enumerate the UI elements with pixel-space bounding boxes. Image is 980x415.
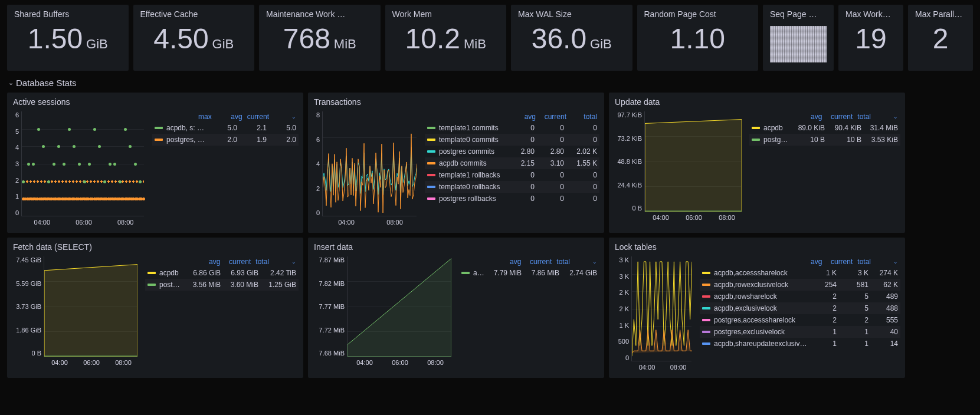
- stat-panel[interactable]: Max Work…19: [838, 5, 903, 71]
- legend-row[interactable]: acpdb7.79 MiB7.86 MiB2.74 GiB: [459, 267, 599, 279]
- stat-value-wrap: 768MiB: [266, 25, 373, 62]
- legend-head-col[interactable]: total ⌄: [255, 258, 296, 266]
- legend-row[interactable]: acpdb6.86 GiB6.93 GiB2.42 TiB: [145, 267, 299, 279]
- panel-fetch-data[interactable]: Fetch data (SELECT) 7.45 GiB5.59 GiB3.73…: [7, 238, 303, 378]
- legend-row[interactable]: postgres,exclusivelock1140: [700, 326, 900, 338]
- axis-tick: 7.45 GiB: [16, 256, 41, 264]
- legend-row[interactable]: template1 commits000: [425, 122, 599, 134]
- legend-value: 3.56 MiB: [186, 281, 221, 289]
- section-toggle-database-stats[interactable]: ⌄ Database Stats: [8, 78, 973, 88]
- stat-panel[interactable]: Maintenance Work …768MiB: [259, 5, 381, 71]
- legend-value: 2: [813, 316, 837, 324]
- stat-panel[interactable]: Random Page Cost1.10: [637, 5, 759, 71]
- panel-update-data[interactable]: Update data 97.7 KiB73.2 KiB48.8 KiB24.4…: [609, 93, 905, 233]
- plot-area[interactable]: [44, 256, 137, 357]
- stat-value: 19: [855, 25, 886, 53]
- legend: avgcurrenttotal ⌄ acpdb89.0 KiB90.4 KiB3…: [749, 111, 900, 230]
- legend-head-col[interactable]: total ⌄: [857, 113, 898, 121]
- legend-row[interactable]: postgres,accesssharelock22555: [700, 314, 900, 326]
- panel-transactions[interactable]: Transactions 86420 04:0008:00 avgcurrent…: [308, 93, 604, 233]
- legend-row[interactable]: acpdb, s: active5.02.15.0: [152, 122, 299, 134]
- chevron-down-icon: ⌄: [8, 79, 14, 87]
- chart-insert[interactable]: 7.87 MiB7.82 MiB7.77 MiB7.72 MiB7.68 MiB…: [314, 256, 453, 376]
- plot-area[interactable]: [644, 111, 741, 212]
- legend-head-col[interactable]: avg: [796, 258, 822, 266]
- plot-area[interactable]: [322, 111, 417, 216]
- panel-insert-data[interactable]: Insert data 7.87 MiB7.82 MiB7.77 MiB7.72…: [308, 238, 604, 378]
- panel-lock-tables[interactable]: Lock tables 3 K3 K2 K2 K1 K5000 04:0008:…: [609, 238, 905, 378]
- legend-head-col[interactable]: current: [540, 113, 566, 121]
- legend-value: 254: [813, 281, 837, 289]
- legend-row[interactable]: acpdb,rowexclusivelock25458162 K: [700, 279, 900, 291]
- legend-row[interactable]: postgres, s: active2.01.92.0: [152, 134, 299, 146]
- chart-update[interactable]: 97.7 KiB73.2 KiB48.8 KiB24.4 KiB0 B 04:0…: [615, 111, 743, 230]
- panel-title: Update data: [615, 97, 900, 107]
- axis-tick: 08:00: [719, 214, 735, 221]
- x-axis: 04:0008:00: [314, 216, 419, 226]
- legend-head-col[interactable]: current: [827, 258, 853, 266]
- legend-value: 0: [568, 171, 597, 179]
- chart-fetch[interactable]: 7.45 GiB5.59 GiB3.73 GiB1.86 GiB0 B 04:0…: [13, 256, 139, 376]
- plot-area[interactable]: [631, 256, 691, 361]
- stat-panel[interactable]: Shared Buffers1.50GiB: [7, 5, 129, 71]
- legend-head-col[interactable]: total ⌄: [556, 258, 597, 266]
- stat-panel[interactable]: Max Parall…2: [908, 5, 973, 71]
- stat-title: Seq Page …: [770, 9, 827, 19]
- legend-value: 0: [568, 124, 597, 132]
- series-swatch: [427, 197, 435, 200]
- legend-value: 1: [813, 328, 837, 336]
- legend-row[interactable]: acpdb,shareupdateexclusivelock1114: [700, 338, 900, 350]
- axis-tick: 2: [316, 185, 320, 192]
- legend-value: 5: [840, 304, 868, 312]
- stat-value: 10.2: [405, 25, 460, 53]
- legend-row[interactable]: acpdb commits2.153.101.55 K: [425, 157, 599, 169]
- legend-value: 2: [813, 304, 837, 312]
- legend-row[interactable]: acpdb,rowsharelock25489: [700, 291, 900, 302]
- chart-active-sessions[interactable]: 6543210 04:0006:0008:00: [13, 111, 146, 230]
- legend-head-col[interactable]: avg: [796, 113, 822, 121]
- legend-value: 0: [538, 124, 564, 132]
- legend-value: 2.0: [270, 136, 296, 144]
- stat-panel[interactable]: Seq Page …: [763, 5, 834, 71]
- legend-row[interactable]: template0 commits000: [425, 134, 599, 146]
- stat-value-wrap: 4.50GiB: [140, 25, 248, 62]
- plot-area[interactable]: [347, 256, 451, 357]
- legend-row[interactable]: postgres10 B10 B3.53 KiB: [749, 134, 900, 146]
- axis-tick: 0: [15, 209, 19, 216]
- legend-head-col[interactable]: current: [225, 258, 251, 266]
- legend-head-col[interactable]: avg: [495, 258, 521, 266]
- legend-head-col[interactable]: total: [571, 113, 597, 121]
- legend-head-col[interactable]: current ⌄: [247, 113, 296, 121]
- legend-head-col[interactable]: current: [526, 258, 552, 266]
- panel-active-sessions[interactable]: Active sessions 6543210 04:0006:0008:00 …: [7, 93, 303, 233]
- legend-row[interactable]: acpdb,accesssharelock1 K3 K274 K: [700, 267, 900, 279]
- stat-panel[interactable]: Work Mem10.2MiB: [385, 5, 507, 71]
- legend-row[interactable]: postgres commits2.802.802.02 K: [425, 146, 599, 157]
- axis-tick: 0 B: [632, 205, 642, 212]
- series-swatch: [752, 139, 760, 141]
- axis-tick: 0: [316, 209, 320, 216]
- chart-transactions[interactable]: 86420 04:0008:00: [314, 111, 419, 230]
- legend-head-col[interactable]: current: [827, 113, 853, 121]
- legend-head-col[interactable]: total ⌄: [857, 258, 898, 266]
- legend-head-col[interactable]: avg: [510, 113, 536, 121]
- legend-head-col[interactable]: avg: [194, 258, 220, 266]
- legend-row[interactable]: template1 rollbacks000: [425, 169, 599, 181]
- stat-value-wrap: 2: [915, 25, 966, 62]
- chart-lock[interactable]: 3 K3 K2 K2 K1 K5000 04:0008:00: [615, 256, 694, 376]
- stat-panel[interactable]: Effective Cache4.50GiB: [133, 5, 255, 71]
- legend-head-col[interactable]: max: [186, 113, 212, 121]
- legend-row[interactable]: postgres rollbacks000: [425, 193, 599, 205]
- x-axis: 04:0006:0008:00: [615, 212, 743, 221]
- stat-panel[interactable]: Max WAL Size36.0GiB: [511, 5, 632, 71]
- series-swatch: [148, 284, 156, 286]
- plot-area[interactable]: [21, 111, 144, 216]
- legend-row[interactable]: template0 rollbacks000: [425, 181, 599, 193]
- legend-value: 3 K: [840, 269, 868, 277]
- legend-row[interactable]: postgres3.56 MiB3.60 MiB1.25 GiB: [145, 279, 299, 291]
- legend-row[interactable]: acpdb89.0 KiB90.4 KiB31.4 MiB: [749, 122, 900, 134]
- axis-tick: 04:00: [51, 359, 68, 366]
- legend-row[interactable]: acpdb,exclusivelock25488: [700, 302, 900, 314]
- legend-head-col[interactable]: avg: [217, 113, 242, 121]
- legend-value: 1.25 GiB: [262, 281, 296, 289]
